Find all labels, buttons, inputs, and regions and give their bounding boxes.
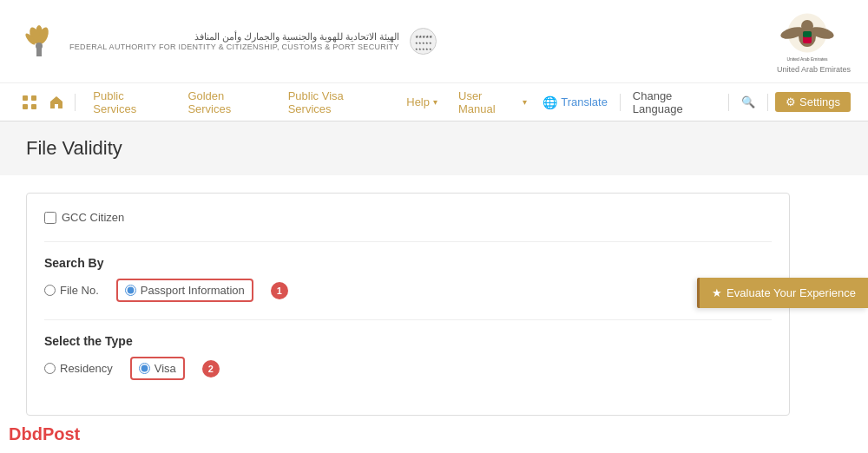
search-icon: 🔍 xyxy=(741,95,755,108)
step-2-circle: 2 xyxy=(202,360,220,378)
authority-logo-text: الهيئة الاتحادية للهوية والجنسية والجمار… xyxy=(69,31,399,51)
search-by-radio-row: File No. Passport Information 1 xyxy=(44,279,772,302)
evaluate-star-icon: ★ xyxy=(712,286,722,299)
visa-highlighted-box: Visa xyxy=(130,357,185,380)
evaluate-label: Evaluate Your Experience xyxy=(727,286,856,299)
svg-rect-5 xyxy=(36,46,42,56)
select-type-label: Select the Type xyxy=(44,334,772,348)
navbar-right: 🌐 Translate Change Language 🔍 ⚙ Settings xyxy=(537,89,851,115)
main-content: GCC Citizen Search By File No. Passport … xyxy=(0,175,868,433)
uae-emblem: United Arab Emirates xyxy=(777,9,838,69)
header-logo-area: الهيئة الاتحادية للهوية والجنسية والجمار… xyxy=(17,20,438,63)
select-type-radio-row: Residency Visa 2 xyxy=(44,357,772,380)
svg-text:★★★★★: ★★★★★ xyxy=(414,41,431,45)
nav-public-visa-services[interactable]: Public Visa Services xyxy=(278,83,397,121)
radio-passport-info[interactable]: Passport Information xyxy=(125,284,245,297)
svg-rect-18 xyxy=(23,95,28,101)
settings-button[interactable]: ⚙ Settings xyxy=(775,92,851,112)
main-navbar: Public Services Golden Services Public V… xyxy=(0,83,868,121)
navbar-divider-3 xyxy=(767,94,768,111)
radio-file-no[interactable]: File No. xyxy=(44,284,99,297)
radio-residency[interactable]: Residency xyxy=(44,362,113,375)
nav-golden-services[interactable]: Golden Services xyxy=(177,83,277,121)
home-nav-icon[interactable] xyxy=(44,90,68,115)
passport-info-highlighted-box: Passport Information xyxy=(116,279,253,302)
visa-radio[interactable] xyxy=(139,363,150,374)
residency-label: Residency xyxy=(60,362,113,375)
svg-rect-19 xyxy=(31,95,36,101)
file-no-radio[interactable] xyxy=(44,285,56,296)
svg-rect-16 xyxy=(803,31,812,37)
header-emblem-area: United Arab Emirates United Arab Emirate… xyxy=(777,9,851,74)
change-language-label: Change Language xyxy=(633,89,716,115)
svg-rect-21 xyxy=(31,104,36,109)
passport-info-label: Passport Information xyxy=(141,284,245,297)
uae-emblem-container: United Arab Emirates United Arab Emirate… xyxy=(777,9,851,74)
visa-label: Visa xyxy=(155,362,176,375)
svg-text:★★★★★: ★★★★★ xyxy=(414,34,432,39)
radio-visa[interactable]: Visa xyxy=(139,362,176,375)
nav-user-manual[interactable]: User Manual ▾ xyxy=(448,83,537,121)
navbar-divider-2 xyxy=(728,94,729,111)
form-card: GCC Citizen Search By File No. Passport … xyxy=(26,193,790,416)
gcc-citizen-checkbox[interactable] xyxy=(44,212,56,224)
nav-help[interactable]: Help ▾ xyxy=(396,83,448,121)
svg-rect-20 xyxy=(23,104,28,109)
authority-name-arabic: الهيئة الاتحادية للهوية والجنسية والجمار… xyxy=(69,31,399,43)
translate-button[interactable]: 🌐 Translate xyxy=(537,95,613,109)
navbar-divider-1 xyxy=(620,94,621,111)
divider-2 xyxy=(44,319,772,320)
search-by-label: Search By xyxy=(44,256,772,270)
translate-label: Translate xyxy=(561,95,608,108)
translate-icon: 🌐 xyxy=(542,95,557,109)
file-no-label: File No. xyxy=(60,284,99,297)
navbar-left: Public Services Golden Services Public V… xyxy=(17,83,537,121)
authority-name-english: FEDERAL AUTHORITY FOR IDENTITY & CITIZEN… xyxy=(69,43,399,51)
page-title-bar: File Validity xyxy=(0,121,868,175)
grid-menu-icon[interactable] xyxy=(17,90,41,115)
watermark-suffix: Post xyxy=(43,424,80,433)
help-dropdown-arrow: ▾ xyxy=(433,97,437,107)
authority-logo-icon xyxy=(17,20,61,63)
user-manual-dropdown-arrow: ▾ xyxy=(523,97,527,107)
watermark: DbdPost xyxy=(9,424,80,433)
nav-public-services[interactable]: Public Services xyxy=(82,83,177,121)
nav-links: Public Services Golden Services Public V… xyxy=(82,83,537,121)
change-language-button[interactable]: Change Language xyxy=(628,89,721,115)
nav-divider-1 xyxy=(75,94,76,111)
passport-info-radio[interactable] xyxy=(125,285,136,296)
search-button[interactable]: 🔍 xyxy=(736,95,760,108)
uae-label: United Arab Emirates xyxy=(777,65,851,74)
watermark-prefix: Dbd xyxy=(9,424,43,433)
site-header: الهيئة الاتحادية للهوية والجنسية والجمار… xyxy=(0,0,868,83)
authority-badge: ★★★★★ ★★★★★ ★★★★★ xyxy=(408,26,438,56)
settings-label: Settings xyxy=(799,95,840,108)
residency-radio[interactable] xyxy=(44,363,56,374)
evaluate-experience-button[interactable]: ★ Evaluate Your Experience xyxy=(697,278,868,308)
svg-text:★★★★★: ★★★★★ xyxy=(414,47,431,51)
step-1-circle: 1 xyxy=(271,282,288,299)
gcc-citizen-row: GCC Citizen xyxy=(44,211,772,224)
settings-gear-icon: ⚙ xyxy=(786,95,796,108)
svg-text:United Arab Emirates: United Arab Emirates xyxy=(786,56,828,62)
page-title: File Validity xyxy=(26,137,842,160)
gcc-citizen-label: GCC Citizen xyxy=(62,211,124,224)
divider-1 xyxy=(44,241,772,242)
